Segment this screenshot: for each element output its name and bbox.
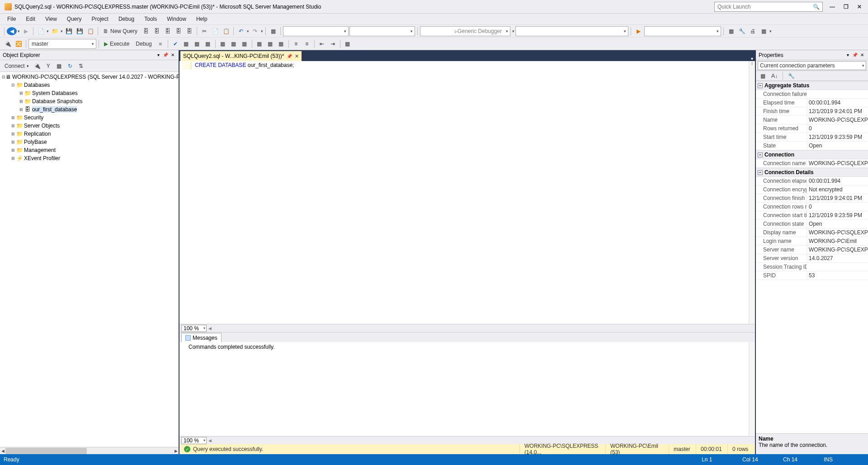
tree-xevent-node[interactable]: ⊞⚡XEvent Profiler	[0, 154, 179, 162]
prop-row[interactable]: Start time12/1/2019 9:23:59 PM	[756, 133, 868, 142]
prop-row[interactable]: Display nameWORKING-PC\SQLEXPRESS	[756, 228, 868, 237]
include-client-stats-icon[interactable]: ▦	[240, 39, 250, 49]
tab-overflow-icon[interactable]: ▾	[751, 56, 753, 61]
editor-zoom-select[interactable]: 100 %	[181, 325, 207, 332]
menu-edit[interactable]: Edit	[21, 14, 40, 24]
objexp-hscrollbar[interactable]: ◀ ▶	[0, 447, 179, 454]
prop-row[interactable]: Finish time12/1/2019 9:24:01 PM	[756, 107, 868, 116]
sql-editor[interactable]: CREATE DATABASE our_first_database; ↕	[179, 61, 755, 324]
debug-target-select[interactable]	[515, 26, 628, 36]
database-select[interactable]: master	[28, 39, 96, 49]
paste-button[interactable]: 📋	[221, 26, 231, 36]
execute-button[interactable]: ▶ Execute	[101, 39, 132, 49]
nav-back-button[interactable]: ◀	[7, 27, 17, 35]
new-query-button[interactable]: 🗎 New Query	[100, 26, 140, 36]
messages-tab[interactable]: Messages	[181, 333, 222, 342]
debug-button[interactable]: Debug	[133, 39, 154, 49]
estimated-plan-icon[interactable]: ▦	[181, 39, 191, 49]
open-button[interactable]: 📁	[50, 26, 60, 36]
messages-body[interactable]: Commands completed successfully.	[179, 342, 755, 436]
prop-row[interactable]: Connection start ti12/1/2019 9:23:59 PM	[756, 211, 868, 220]
disconnect-icon[interactable]: 🔌	[33, 61, 42, 71]
prop-row[interactable]: Rows returned0	[756, 124, 868, 133]
document-tab[interactable]: SQLQuery2.sql - W...KING-PC\Emil (53))* …	[180, 51, 302, 61]
save-all-button[interactable]: 💾	[75, 26, 85, 36]
refresh-icon[interactable]: ↻	[65, 61, 75, 71]
tool2-icon[interactable]: 🔧	[737, 26, 747, 36]
parse-button[interactable]: ✔	[170, 39, 180, 49]
quick-launch-input[interactable]: Quick Launch 🔍	[714, 2, 823, 12]
decrease-indent-icon[interactable]: ⇤	[317, 39, 327, 49]
xmla-query-icon[interactable]: 🗄	[184, 26, 194, 36]
save-button[interactable]: 💾	[64, 26, 74, 36]
include-live-stats-icon[interactable]: ▦	[229, 39, 239, 49]
find-button[interactable]: ▦	[268, 26, 278, 36]
stop-icon[interactable]: Y	[43, 61, 53, 71]
group-conn-details[interactable]: −Connection Details	[756, 168, 868, 177]
panel-close-icon[interactable]: ✕	[859, 52, 865, 57]
properties-object-select[interactable]: Current connection parameters	[756, 60, 868, 71]
group-aggregate[interactable]: −Aggregate Status	[756, 81, 868, 90]
sort-icon[interactable]: A↓	[769, 71, 779, 81]
results-to-grid-icon[interactable]: ▦	[265, 39, 275, 49]
panel-pin-icon[interactable]: 📌	[162, 52, 169, 57]
find-combo[interactable]	[644, 26, 721, 36]
tree-polybase-node[interactable]: ⊞📁PolyBase	[0, 138, 179, 146]
tree-server-node[interactable]: ⊟🖥WORKING-PC\SQLEXPRESS (SQL Server 14.0…	[0, 73, 179, 81]
menu-project[interactable]: Project	[87, 14, 113, 24]
tree-serverobjects-node[interactable]: ⊞📁Server Objects	[0, 122, 179, 130]
pin-icon[interactable]: 📌	[287, 54, 292, 59]
prop-row[interactable]: NameWORKING-PC\SQLEXPRESS	[756, 116, 868, 124]
filter-icon[interactable]: ▦	[54, 61, 64, 71]
tree-system-databases-node[interactable]: ⊞📁System Databases	[0, 89, 179, 97]
analysis-query-icon[interactable]: 🗄	[152, 26, 162, 36]
save-copy-button[interactable]: 📋	[85, 26, 95, 36]
menu-query[interactable]: Query	[62, 14, 86, 24]
intellisense-icon[interactable]: ▦	[203, 39, 213, 49]
panel-close-icon[interactable]: ✕	[170, 52, 176, 57]
sync-icon[interactable]: ⇅	[76, 61, 86, 71]
change-connection-icon[interactable]: 🔌	[3, 39, 13, 49]
tree-security-node[interactable]: ⊞📁Security	[0, 114, 179, 122]
prop-row[interactable]: Elapsed time00:00:01.994	[756, 99, 868, 107]
tree-management-node[interactable]: ⊞📁Management	[0, 146, 179, 154]
results-to-text-icon[interactable]: ▦	[255, 39, 264, 49]
cancel-query-button[interactable]: ■	[156, 39, 165, 49]
editor-vscroll[interactable]: ↕	[749, 61, 755, 324]
prop-row[interactable]: Connection encrypNot encrypted	[756, 185, 868, 194]
close-button[interactable]: ✕	[855, 4, 863, 10]
split-toggle-icon[interactable]: ↕	[749, 61, 755, 67]
new-item-button[interactable]: 📄	[36, 26, 46, 36]
menu-file[interactable]: File	[3, 14, 20, 24]
prop-row[interactable]: Session Tracing ID	[756, 263, 868, 271]
maximize-button[interactable]: ❐	[842, 4, 850, 10]
prop-row[interactable]: Server version14.0.2027	[756, 254, 868, 263]
prop-row[interactable]: Connection failures	[756, 90, 868, 99]
debugger-select[interactable]: ▹ Generic Debugger	[420, 26, 510, 36]
tool3-icon[interactable]: 🖨	[748, 26, 758, 36]
copy-button[interactable]: 📄	[210, 26, 220, 36]
prop-row[interactable]: Connection rows re0	[756, 203, 868, 211]
tree-ourdb-node[interactable]: ⊞🗄our_first_database	[0, 105, 179, 114]
db-engine-query-icon[interactable]: 🗄	[141, 26, 151, 36]
nav-forward-button[interactable]: ▶	[21, 26, 31, 36]
tool1-icon[interactable]: ▦	[726, 26, 736, 36]
prop-row[interactable]: Connection elapsed00:00:01.994	[756, 177, 868, 185]
results-to-file-icon[interactable]: ▦	[276, 39, 286, 49]
tool4-icon[interactable]: ▦	[759, 26, 769, 36]
menu-debug[interactable]: Debug	[114, 14, 139, 24]
property-pages-icon[interactable]: 🔧	[786, 71, 796, 81]
undo-button[interactable]: ↶	[236, 26, 246, 36]
object-explorer-tree[interactable]: ⊟🖥WORKING-PC\SQLEXPRESS (SQL Server 14.0…	[0, 72, 179, 447]
panel-options-icon[interactable]: ▾	[155, 52, 161, 57]
messages-zoom-select[interactable]: 100 %	[181, 437, 207, 444]
minimize-button[interactable]: —	[828, 4, 836, 10]
uncomment-icon[interactable]: ≡	[302, 39, 312, 49]
prop-row[interactable]: StateOpen	[756, 142, 868, 150]
scroll-right-icon[interactable]: ▶	[173, 447, 179, 455]
prop-row[interactable]: SPID53	[756, 271, 868, 280]
include-plan-icon[interactable]: ▦	[218, 39, 228, 49]
mdx-query-icon[interactable]: 🗄	[163, 26, 173, 36]
solution-config-select[interactable]	[283, 26, 349, 36]
query-options-icon[interactable]: ▦	[192, 39, 202, 49]
